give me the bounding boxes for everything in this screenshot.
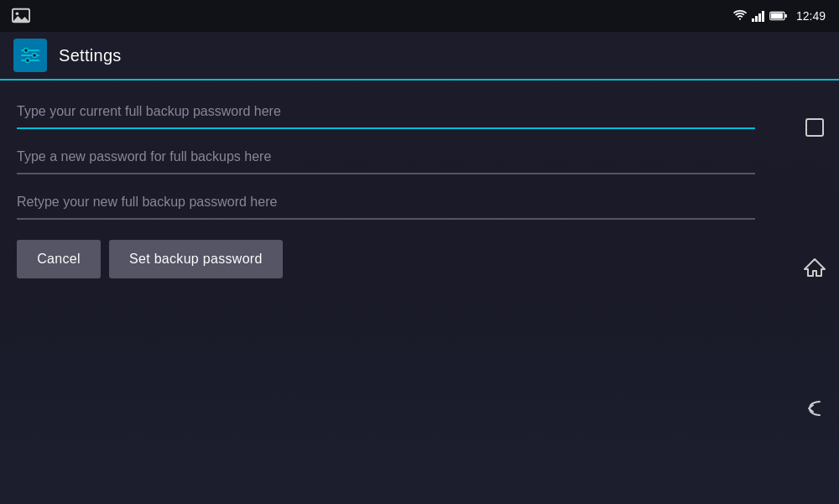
app-bar: Settings xyxy=(0,32,839,81)
home-icon xyxy=(803,256,826,279)
svg-point-11 xyxy=(26,59,30,63)
svg-rect-12 xyxy=(806,119,823,136)
battery-icon xyxy=(769,10,788,22)
settings-icon xyxy=(19,44,41,66)
set-backup-password-button[interactable]: Set backup password xyxy=(109,240,283,278)
current-password-underline xyxy=(17,127,755,129)
svg-rect-4 xyxy=(771,13,783,18)
current-password-group xyxy=(17,89,822,131)
image-thumbnail-icon xyxy=(12,8,30,24)
back-icon xyxy=(803,397,826,420)
svg-point-9 xyxy=(24,49,29,53)
svg-marker-13 xyxy=(805,259,825,276)
wifi-icon xyxy=(733,9,747,23)
app-icon xyxy=(13,39,47,72)
recent-apps-button[interactable] xyxy=(798,111,831,144)
buttons-area: Cancel Set backup password xyxy=(17,240,822,278)
recent-apps-icon xyxy=(803,116,826,139)
thumbnail-icon xyxy=(10,5,32,27)
new-password-underline xyxy=(17,173,755,174)
svg-point-10 xyxy=(33,54,37,58)
back-button[interactable] xyxy=(798,392,831,425)
cancel-button[interactable]: Cancel xyxy=(17,240,101,278)
retype-password-input[interactable] xyxy=(17,179,755,218)
new-password-input[interactable] xyxy=(17,134,755,173)
app-title: Settings xyxy=(59,46,122,65)
retype-password-underline xyxy=(17,218,755,220)
main-content: Cancel Set backup password xyxy=(0,81,839,504)
signal-bars-icon xyxy=(752,10,764,22)
svg-point-1 xyxy=(16,12,19,15)
new-password-group xyxy=(17,134,822,176)
home-button[interactable] xyxy=(798,251,831,284)
nav-bar xyxy=(790,32,839,504)
status-time: 12:49 xyxy=(796,9,826,23)
svg-rect-5 xyxy=(784,14,786,18)
retype-password-group xyxy=(17,179,822,221)
svg-marker-2 xyxy=(13,16,29,22)
current-password-input[interactable] xyxy=(17,89,755,127)
status-bar: 12:49 xyxy=(0,0,839,32)
screen: 12:49 Settings xyxy=(0,0,839,504)
status-bar-icons: 12:49 xyxy=(733,9,826,23)
